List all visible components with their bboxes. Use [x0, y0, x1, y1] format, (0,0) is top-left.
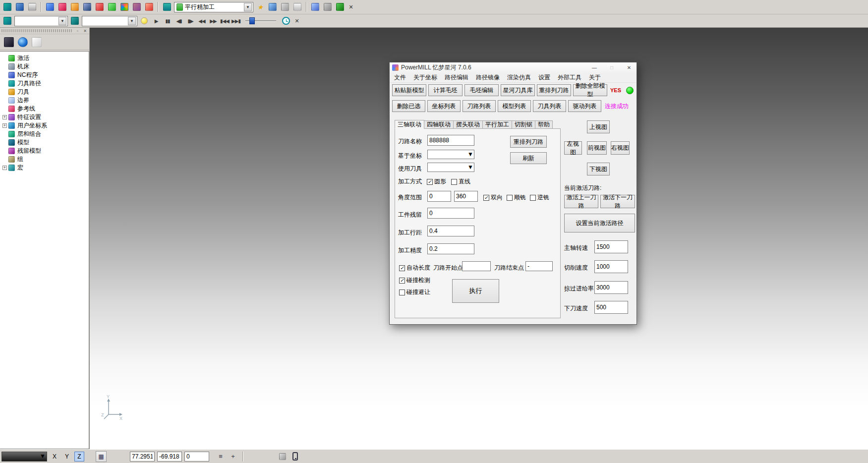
toolpath-name-input[interactable]: [427, 135, 474, 146]
go-start-icon[interactable]: ▮◀◀: [220, 16, 230, 26]
maximize-icon[interactable]: □: [604, 63, 619, 72]
plunge-feed-input[interactable]: [594, 301, 628, 314]
set-square-icon[interactable]: [57, 1, 68, 12]
grid-toggle-icon[interactable]: ▦: [96, 451, 107, 462]
toolpath-list-button[interactable]: 刀路列表: [463, 100, 496, 112]
thickness-input[interactable]: [427, 208, 474, 219]
explorer-caption[interactable]: ▫ ✕: [0, 28, 89, 34]
chevron-down-icon[interactable]: ▼: [128, 17, 136, 25]
tab-swivel-head[interactable]: 摆头联动: [454, 120, 483, 129]
step-back-icon[interactable]: ◀▮: [174, 16, 184, 26]
device-icon[interactable]: [290, 452, 300, 462]
conventional-mill-checkbox[interactable]: 逆铣: [530, 193, 549, 202]
tab-4axis[interactable]: 四轴联动: [424, 120, 454, 129]
menu-file[interactable]: 文件: [394, 73, 406, 82]
toolpath-dropdown[interactable]: ▼: [14, 16, 68, 26]
delete-all-models-button[interactable]: 删除全部模型: [573, 84, 607, 96]
cube-icon[interactable]: [280, 1, 290, 12]
collision-avoid-checkbox[interactable]: 碰撞避让: [399, 288, 430, 296]
toolbar-close-icon[interactable]: ✕: [347, 4, 355, 10]
strategy-preset-dropdown[interactable]: 平行精加工 ▼: [174, 2, 253, 12]
axis-x-button[interactable]: X: [50, 452, 59, 462]
minimize-icon[interactable]: —: [587, 63, 602, 72]
top-view-button[interactable]: 上视图: [587, 120, 610, 133]
pause-icon[interactable]: ▮▮: [163, 16, 173, 26]
chevron-down-icon[interactable]: ▼: [467, 151, 473, 158]
tree-item-nc-programs[interactable]: NC程序: [0, 71, 89, 79]
snapshot-icon[interactable]: [32, 37, 42, 47]
tab-3axis[interactable]: 三轴联动: [395, 120, 424, 129]
chevron-down-icon[interactable]: ▼: [58, 17, 66, 25]
execute-button[interactable]: 执行: [452, 279, 499, 303]
keypad-icon[interactable]: [292, 1, 303, 12]
tool-dropdown[interactable]: ▼: [82, 16, 137, 26]
activate-next-toolpath-button[interactable]: 激活下一刀路: [600, 195, 635, 208]
hierarchy-icon[interactable]: [4, 37, 14, 47]
expander-icon[interactable]: +: [2, 115, 7, 119]
save-icon[interactable]: [14, 1, 25, 12]
menu-external-tools[interactable]: 外部工具: [558, 73, 581, 82]
rearrange-toolpaths-button[interactable]: 重排列刀路: [537, 84, 571, 96]
bidirectional-checkbox[interactable]: ✓ 双向: [483, 193, 503, 202]
tab-parallel[interactable]: 平行加工: [483, 120, 512, 129]
end-point-input[interactable]: [525, 261, 553, 271]
panel-pin-icon[interactable]: ▫: [75, 29, 80, 33]
tree-item-active[interactable]: 激活: [0, 54, 89, 62]
calc-block-button[interactable]: 计算毛坯: [428, 84, 463, 96]
tree-item-stock-models[interactable]: 残留模型: [0, 147, 89, 155]
tree-item-groups[interactable]: 组: [0, 155, 89, 164]
front-view-button[interactable]: 前视图: [587, 141, 607, 155]
panel-close-icon[interactable]: ✕: [82, 29, 88, 33]
coordinate-z-input[interactable]: [184, 452, 209, 462]
panel-grip[interactable]: [1, 29, 73, 32]
activate-prev-toolpath-button[interactable]: 激活上一刀路: [564, 195, 598, 208]
stepover-input[interactable]: [427, 226, 474, 236]
rewind-icon[interactable]: ◀◀: [197, 16, 207, 26]
graph-icon[interactable]: [267, 1, 278, 12]
coord-list-button[interactable]: 坐标列表: [427, 100, 461, 112]
tree-item-feature-sets[interactable]: + 特征设置: [0, 113, 89, 121]
layers-icon[interactable]: [162, 1, 173, 12]
set-active-path-button[interactable]: 设置当前激活路径: [564, 214, 635, 232]
toolpath-icon[interactable]: [69, 1, 80, 12]
tool-list-button[interactable]: 刀具列表: [533, 100, 566, 112]
paint-icon[interactable]: [144, 1, 155, 12]
axis-z-button[interactable]: Z: [74, 452, 84, 462]
tree-item-models[interactable]: 模型: [0, 138, 89, 147]
slider-handle[interactable]: [249, 17, 255, 24]
tab-help[interactable]: 帮助: [535, 120, 553, 129]
list-edit-icon[interactable]: ≡: [216, 452, 226, 462]
star-tool-icon[interactable]: ★: [255, 1, 266, 12]
menu-path-edit[interactable]: 路径编辑: [445, 73, 468, 82]
tree-item-boundaries[interactable]: 边界: [0, 96, 89, 105]
workplane-select[interactable]: ▼: [427, 150, 474, 159]
tree-item-levels-sets[interactable]: 层和组合: [0, 130, 89, 138]
menu-coords[interactable]: 关于坐标: [413, 73, 437, 82]
simulation-toolbar-close-icon[interactable]: ✕: [293, 18, 301, 24]
expander-icon[interactable]: +: [2, 166, 7, 170]
angle-from-input[interactable]: [427, 191, 451, 202]
tree-item-patterns[interactable]: 参考线: [0, 105, 89, 113]
climb-mill-checkbox[interactable]: 顺铣: [507, 193, 526, 202]
tool-select-icon[interactable]: [69, 15, 80, 26]
locate-cursor-icon[interactable]: +: [228, 452, 238, 462]
drive-list-button[interactable]: 驱动列表: [568, 100, 601, 112]
clock-icon[interactable]: [281, 15, 291, 26]
angle-to-input[interactable]: [454, 191, 478, 202]
draft-pen-icon[interactable]: [82, 1, 93, 12]
tab-saw[interactable]: 切割锯: [512, 120, 535, 129]
curve-icon[interactable]: [107, 1, 117, 12]
right-view-button[interactable]: 右视图: [611, 141, 630, 155]
axis-y-button[interactable]: Y: [62, 452, 72, 462]
close-icon[interactable]: ✕: [622, 63, 637, 72]
left-view-button[interactable]: 左视图: [564, 141, 582, 155]
powermill-logo-icon[interactable]: [2, 1, 13, 12]
auto-length-checkbox[interactable]: ✓ 自动长度: [399, 264, 430, 272]
play-icon[interactable]: ▶: [151, 16, 161, 26]
gem-icon[interactable]: [119, 1, 130, 12]
lightbulb-icon[interactable]: [139, 15, 150, 26]
coordinate-y-input[interactable]: [157, 452, 182, 462]
background-color-dropdown[interactable]: ▼: [1, 452, 47, 462]
dialog-titlebar[interactable]: PowerMILL 忆梦星河 7.0.6 — □ ✕: [390, 62, 637, 73]
tool-select[interactable]: ▼: [427, 163, 474, 172]
